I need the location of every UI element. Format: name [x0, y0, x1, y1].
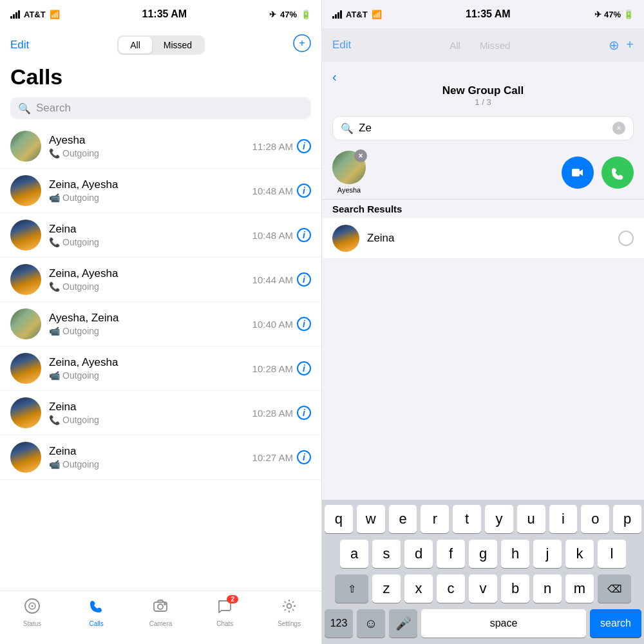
selected-contacts-area: × Ayesha — [322, 146, 644, 199]
behind-missed: Missed — [480, 40, 511, 51]
clear-search-button[interactable]: × — [612, 122, 625, 135]
missed-tab[interactable]: Missed — [152, 37, 204, 53]
info-icon-5[interactable]: i — [297, 361, 311, 375]
key-f[interactable]: f — [437, 540, 465, 568]
key-s[interactable]: s — [372, 540, 401, 568]
key-j[interactable]: j — [533, 540, 562, 568]
call-item-7[interactable]: Zeina 📹 Outgoing 10:27 AM i — [0, 435, 321, 480]
info-icon-2[interactable]: i — [297, 228, 311, 242]
avatar-5 — [10, 353, 41, 384]
mic-key[interactable]: 🎤 — [389, 609, 417, 638]
tab-bar: Status Calls Camera 2 Chats Settings — [0, 591, 321, 644]
result-avatar-zeina — [332, 225, 359, 252]
key-v[interactable]: v — [469, 574, 497, 603]
call-name-6: Zeina — [49, 401, 245, 413]
call-time-6: 10:28 AM — [252, 408, 293, 419]
key-z[interactable]: z — [372, 574, 401, 603]
audio-call-button[interactable] — [601, 156, 634, 189]
call-item-4[interactable]: Ayesha, Zeina 📹 Outgoing 10:40 AM i — [0, 302, 321, 346]
info-icon-7[interactable]: i — [297, 450, 311, 464]
key-c[interactable]: c — [437, 574, 465, 603]
tab-chats[interactable]: 2 Chats — [193, 598, 257, 627]
tab-camera[interactable]: Camera — [129, 598, 193, 627]
key-q[interactable]: q — [325, 505, 353, 533]
camera-icon — [152, 598, 169, 618]
key-k[interactable]: k — [565, 540, 594, 568]
key-r[interactable]: r — [421, 505, 449, 533]
call-type-0: 📞 Outgoing — [49, 148, 245, 158]
key-x[interactable]: x — [404, 574, 433, 603]
search-result-zeina[interactable]: Zeina — [322, 218, 644, 259]
search-results-header: Search Results — [322, 199, 644, 218]
all-tab[interactable]: All — [118, 37, 152, 53]
key-d[interactable]: d — [404, 540, 433, 568]
key-a[interactable]: a — [340, 540, 368, 568]
edit-button[interactable]: Edit — [10, 39, 29, 52]
select-radio-zeina[interactable] — [618, 231, 634, 246]
call-item-6[interactable]: Zeina 📞 Outgoing 10:28 AM i — [0, 391, 321, 435]
call-name-5: Zeina, Ayesha — [49, 356, 245, 369]
key-e[interactable]: e — [389, 505, 417, 533]
info-icon-3[interactable]: i — [297, 272, 311, 287]
video-call-button[interactable] — [562, 156, 594, 189]
behind-all: All — [450, 40, 460, 51]
key-l[interactable]: l — [598, 540, 626, 568]
modal-search-bar[interactable]: 🔍 Ze × — [332, 116, 634, 140]
key-g[interactable]: g — [469, 540, 497, 568]
info-icon-4[interactable]: i — [297, 317, 311, 331]
svg-point-4 — [31, 605, 33, 607]
avatar-0 — [10, 131, 41, 162]
tab-calls[interactable]: Calls — [64, 598, 129, 627]
keyboard-row-3: ⇧ z x c v b n m ⌫ — [325, 574, 641, 603]
info-icon-6[interactable]: i — [297, 406, 311, 420]
video-icon-4: 📹 — [49, 326, 60, 336]
call-item-3[interactable]: Zeina, Ayesha 📞 Outgoing 10:44 AM i — [0, 258, 321, 302]
key-h[interactable]: h — [501, 540, 529, 568]
key-b[interactable]: b — [501, 574, 529, 603]
key-t[interactable]: t — [453, 505, 481, 533]
wifi-icon-right: 📶 — [372, 10, 382, 19]
key-i[interactable]: i — [549, 505, 578, 533]
battery-pct-right: 47% — [604, 10, 621, 19]
key-m[interactable]: m — [565, 574, 594, 603]
num-key[interactable]: 123 — [325, 609, 353, 638]
phone-icon-6: 📞 — [49, 415, 60, 425]
video-icon-1: 📹 — [49, 193, 60, 203]
key-u[interactable]: u — [517, 505, 545, 533]
calls-search-bar[interactable]: 🔍 Search — [10, 97, 311, 119]
call-type-3: 📞 Outgoing — [49, 281, 245, 292]
space-key[interactable]: space — [421, 609, 586, 638]
modal-subtitle: 1 / 3 — [475, 97, 491, 107]
call-item-5[interactable]: Zeina, Ayesha 📹 Outgoing 10:28 AM i — [0, 346, 321, 391]
behind-add: ⊕ — [609, 37, 620, 53]
add-call-button[interactable]: + — [293, 34, 311, 56]
shift-key[interactable]: ⇧ — [335, 574, 368, 603]
calls-icon — [88, 598, 105, 618]
call-item-0[interactable]: Ayesha 📞 Outgoing 11:28 AM i — [0, 124, 321, 169]
remove-contact-button[interactable]: × — [354, 149, 367, 162]
key-o[interactable]: o — [581, 505, 609, 533]
key-n[interactable]: n — [533, 574, 562, 603]
svg-point-7 — [164, 603, 166, 605]
back-button[interactable]: ‹ — [332, 70, 337, 84]
tab-settings[interactable]: Settings — [257, 598, 321, 627]
search-key[interactable]: search — [590, 609, 641, 638]
info-icon-0[interactable]: i — [297, 139, 311, 153]
avatar-2 — [10, 220, 41, 251]
call-type-4: 📹 Outgoing — [49, 326, 245, 336]
avatar-7 — [10, 442, 41, 473]
info-icon-1[interactable]: i — [297, 184, 311, 198]
modal-search-input[interactable]: Ze — [359, 122, 607, 135]
call-time-7: 10:27 AM — [252, 452, 293, 463]
call-name-7: Zeina — [49, 445, 245, 458]
key-w[interactable]: w — [357, 505, 385, 533]
delete-key[interactable]: ⌫ — [598, 574, 631, 603]
phone-icon-0: 📞 — [49, 148, 60, 158]
key-y[interactable]: y — [485, 505, 513, 533]
tab-status[interactable]: Status — [0, 598, 64, 627]
call-item-1[interactable]: Zeina, Ayesha 📹 Outgoing 10:48 AM i — [0, 169, 321, 213]
call-item-2[interactable]: Zeina 📞 Outgoing 10:48 AM i — [0, 213, 321, 258]
emoji-key[interactable]: ☺ — [357, 609, 385, 638]
key-p[interactable]: p — [613, 505, 641, 533]
call-time-0: 11:28 AM — [252, 141, 293, 152]
